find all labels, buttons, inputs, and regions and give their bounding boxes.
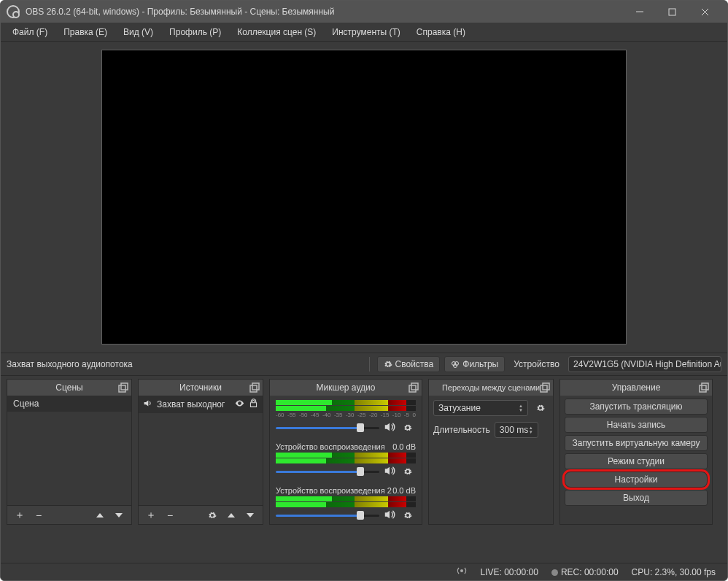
menu-file[interactable]: Файл (F) — [5, 24, 55, 40]
mute-button[interactable] — [384, 421, 395, 435]
sources-list[interactable]: Захват выходног — [139, 396, 263, 505]
level-meter — [276, 502, 416, 507]
properties-button[interactable]: Свойства — [377, 356, 441, 372]
svg-rect-9 — [250, 385, 257, 392]
track-settings-button[interactable] — [400, 420, 416, 435]
level-meter — [276, 496, 416, 501]
track-settings-button[interactable] — [400, 508, 416, 523]
move-source-down-button[interactable] — [242, 508, 258, 523]
track-settings-button[interactable] — [400, 464, 416, 479]
transition-select[interactable]: Затухание ▲▼ — [433, 400, 528, 416]
svg-point-17 — [460, 569, 463, 572]
track-db: 0.0 dB — [392, 486, 416, 495]
menu-scene-collection[interactable]: Коллекция сцен (S) — [230, 24, 323, 40]
gear-icon — [384, 360, 392, 369]
svg-rect-14 — [543, 383, 549, 390]
add-scene-button[interactable]: ＋ — [12, 508, 28, 523]
sources-footer: ＋ − — [139, 505, 263, 524]
menu-edit[interactable]: Правка (E) — [56, 24, 115, 40]
audio-source-icon — [143, 399, 152, 410]
move-scene-down-button[interactable] — [111, 508, 127, 523]
popout-icon[interactable] — [699, 382, 709, 393]
visibility-toggle[interactable] — [235, 399, 244, 410]
titlebar: OBS 26.0.2 (64-bit, windows) - Профиль: … — [1, 1, 727, 23]
source-settings-button[interactable] — [204, 508, 220, 523]
exit-label: Выход — [623, 493, 649, 503]
level-meter — [276, 458, 416, 463]
svg-rect-15 — [700, 385, 706, 392]
svg-rect-8 — [121, 383, 128, 390]
popout-icon[interactable] — [408, 382, 419, 393]
move-source-up-button[interactable] — [223, 508, 239, 523]
move-scene-up-button[interactable] — [92, 508, 108, 523]
mute-button[interactable] — [384, 509, 395, 523]
window-controls — [623, 1, 721, 23]
transition-value: Затухание — [438, 403, 481, 413]
mute-button[interactable] — [384, 465, 395, 479]
minimize-button[interactable] — [623, 1, 656, 23]
duration-input[interactable]: 300 ms ▲▼ — [495, 422, 538, 438]
mixer-body: -60-55-50-45-40-35-30-25-20-15-10-50 Уст… — [270, 396, 422, 524]
settings-label: Настройки — [615, 474, 658, 485]
dock-mixer-title: Микшер аудио — [317, 382, 376, 393]
menubar: Файл (F) Правка (E) Вид (V) Профиль (P) … — [1, 23, 727, 42]
studio-mode-button[interactable]: Режим студии — [565, 453, 708, 469]
volume-slider[interactable] — [276, 423, 379, 433]
scene-item[interactable]: Сцена — [7, 396, 131, 412]
broadcast-icon — [457, 566, 467, 578]
scenes-list[interactable]: Сцена — [7, 396, 131, 505]
maximize-button[interactable] — [656, 1, 689, 23]
source-item[interactable]: Захват выходног — [139, 396, 263, 413]
dock-controls-title: Управление — [612, 382, 661, 393]
scene-name: Сцена — [13, 399, 39, 409]
mixer-track: Устройство воспроизведения0.0 dB — [276, 442, 416, 479]
transitions-body: Затухание ▲▼ Длительность 300 ms ▲▼ — [429, 396, 553, 524]
dock-scenes: Сцены Сцена ＋ − — [7, 379, 132, 525]
dock-controls: Управление Запустить трансляцию Начать з… — [559, 379, 713, 525]
volume-slider[interactable] — [276, 466, 379, 477]
source-toolbar: Захват выходного аудиопотока Свойства Фи… — [1, 353, 727, 376]
exit-button[interactable]: Выход — [565, 490, 708, 506]
status-rec-text: REC: 00:00:00 — [561, 567, 619, 577]
start-virtual-camera-button[interactable]: Запустить виртуальную камеру — [565, 435, 708, 451]
menu-help[interactable]: Справка (H) — [409, 24, 473, 40]
status-cpu: CPU: 2.3%, 30.00 fps — [632, 567, 716, 577]
start-streaming-button[interactable]: Запустить трансляцию — [565, 399, 708, 415]
lock-toggle[interactable] — [249, 399, 258, 410]
add-source-button[interactable]: ＋ — [143, 508, 159, 523]
filters-button[interactable]: Фильтры — [444, 356, 505, 372]
divider — [369, 357, 370, 372]
duration-value: 300 ms — [500, 425, 528, 435]
remove-scene-button[interactable]: − — [31, 508, 47, 523]
close-button[interactable] — [689, 1, 721, 23]
menu-profile[interactable]: Профиль (P) — [162, 24, 228, 40]
preview-canvas[interactable] — [101, 50, 627, 345]
source-name: Захват выходног — [157, 399, 231, 409]
start-recording-button[interactable]: Начать запись — [565, 417, 708, 433]
dock-scenes-title: Сцены — [55, 382, 82, 393]
track-name: Устройство воспроизведения 2 — [276, 486, 392, 495]
settings-button[interactable]: Настройки — [565, 472, 708, 488]
device-combo[interactable]: 24V2W1G5 (NVIDIA High Definition Au ▲▼ — [568, 356, 721, 372]
device-value: 24V2W1G5 (NVIDIA High Definition Au — [573, 359, 721, 369]
popout-icon[interactable] — [249, 382, 260, 393]
menu-view[interactable]: Вид (V) — [116, 24, 160, 40]
mixer-track: -60-55-50-45-40-35-30-25-20-15-10-50 — [276, 400, 416, 435]
meter-ticks: -60-55-50-45-40-35-30-25-20-15-10-50 — [276, 412, 416, 418]
remove-source-button[interactable]: − — [162, 508, 178, 523]
svg-rect-10 — [252, 383, 259, 390]
track-name: Устройство воспроизведения — [276, 442, 385, 451]
start-streaming-label: Запустить трансляцию — [589, 401, 682, 412]
popout-icon[interactable] — [540, 382, 550, 393]
record-dot-icon — [551, 569, 558, 576]
menu-tools[interactable]: Инструменты (T) — [325, 24, 407, 40]
start-recording-label: Начать запись — [607, 420, 665, 430]
controls-body: Запустить трансляцию Начать запись Запус… — [560, 396, 712, 524]
popout-icon[interactable] — [118, 382, 128, 393]
volume-slider[interactable] — [276, 510, 379, 520]
obs-logo-icon — [7, 5, 20, 18]
status-rec: REC: 00:00:00 — [551, 567, 619, 577]
transition-settings-button[interactable] — [533, 401, 549, 415]
dock-sources-header: Источники — [139, 380, 263, 396]
dock-transitions: Переходы между сценами Затухание ▲▼ Дли — [428, 379, 554, 525]
